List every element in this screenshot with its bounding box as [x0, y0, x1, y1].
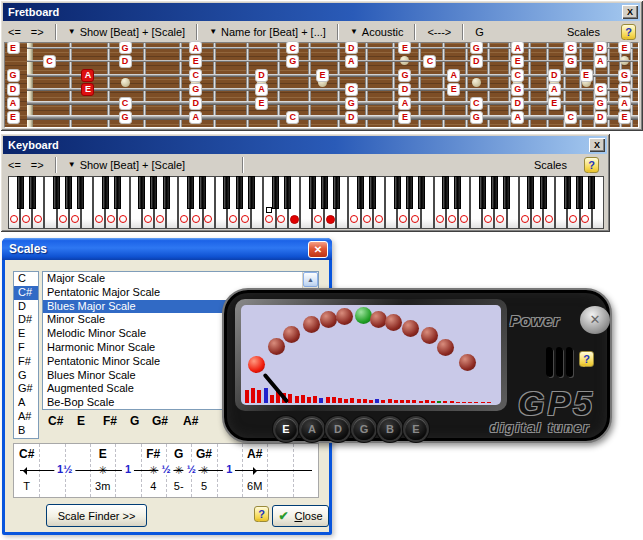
- fret-note[interactable]: G: [189, 83, 202, 96]
- fret-note[interactable]: C: [345, 83, 358, 96]
- piano-black-key[interactable]: [236, 176, 243, 209]
- keyboard-forward-button[interactable]: =>: [26, 158, 49, 172]
- piano-black-key[interactable]: [309, 176, 316, 209]
- scales-close-x-button[interactable]: ✕: [308, 241, 328, 258]
- piano-black-key[interactable]: [17, 176, 24, 209]
- fret-note[interactable]: G: [564, 55, 577, 68]
- fret-note[interactable]: G: [398, 69, 411, 82]
- fret-note[interactable]: C: [564, 111, 577, 124]
- fret-note[interactable]: C: [564, 41, 577, 54]
- fret-note[interactable]: G: [7, 69, 20, 82]
- root-note-item[interactable]: F#: [14, 355, 38, 369]
- fretboard-forward-button[interactable]: =>: [26, 25, 49, 39]
- fretboard-instrument-dropdown[interactable]: ▼ Acoustic: [345, 25, 409, 39]
- fret-note[interactable]: C: [43, 55, 56, 68]
- root-note-list[interactable]: CC#DD#EFF#GG#AA#B: [13, 271, 39, 439]
- piano-black-key[interactable]: [333, 176, 340, 209]
- piano-black-key[interactable]: [527, 176, 534, 209]
- fret-note[interactable]: D: [594, 111, 607, 124]
- fret-note[interactable]: A: [398, 97, 411, 110]
- scroll-up-button[interactable]: ▲: [303, 272, 318, 287]
- fretboard-show-dropdown[interactable]: ▼ Show [Beat] + [Scale]: [63, 25, 190, 39]
- fret-note[interactable]: A: [7, 97, 20, 110]
- piano-black-key[interactable]: [491, 176, 498, 209]
- piano-black-key[interactable]: [272, 176, 279, 209]
- fret-note[interactable]: C: [119, 97, 132, 110]
- fret-note[interactable]: E: [511, 55, 524, 68]
- scale-finder-button[interactable]: Scale Finder >>: [46, 504, 147, 527]
- piano-black-key[interactable]: [163, 176, 170, 209]
- fret-note[interactable]: G: [470, 41, 483, 54]
- fret-note[interactable]: C: [470, 97, 483, 110]
- fret-note[interactable]: C: [286, 41, 299, 54]
- piano-black-key[interactable]: [114, 176, 121, 209]
- piano-black-key[interactable]: [576, 176, 583, 209]
- fret-note[interactable]: E: [255, 97, 268, 110]
- piano-black-key[interactable]: [394, 176, 401, 209]
- tuner-string-button-g4[interactable]: G: [353, 418, 375, 440]
- piano-black-key[interactable]: [53, 176, 60, 209]
- fret-note[interactable]: C: [423, 55, 436, 68]
- fretboard[interactable]: EGACDEGACDECDEGACDEGAGACDEGACDEGDEGACDEG…: [4, 42, 639, 128]
- piano-black-key[interactable]: [321, 176, 328, 209]
- piano-black-key[interactable]: [357, 176, 364, 209]
- piano-black-key[interactable]: [564, 176, 571, 209]
- tuner-string-button-b5[interactable]: B: [379, 418, 401, 440]
- piano-black-key[interactable]: [248, 176, 255, 209]
- fret-note[interactable]: E: [189, 55, 202, 68]
- piano-black-key[interactable]: [223, 176, 230, 209]
- fret-note-beat[interactable]: A: [81, 69, 94, 82]
- piano-black-key[interactable]: [150, 176, 157, 209]
- piano-black-key[interactable]: [418, 176, 425, 209]
- root-note-item[interactable]: A: [14, 396, 38, 410]
- fretboard-key-label[interactable]: G: [470, 25, 489, 39]
- piano-black-key[interactable]: [369, 176, 376, 209]
- piano-black-key[interactable]: [187, 176, 194, 209]
- fret-note[interactable]: A: [618, 97, 631, 110]
- fret-note-beat[interactable]: E: [81, 83, 94, 96]
- keyboard-close-button[interactable]: X: [589, 138, 605, 152]
- fret-note[interactable]: D: [618, 83, 631, 96]
- fret-note[interactable]: E: [548, 97, 561, 110]
- fret-note[interactable]: D: [345, 41, 358, 54]
- fret-note[interactable]: G: [345, 97, 358, 110]
- fret-note[interactable]: D: [470, 55, 483, 68]
- piano-keyboard[interactable]: [6, 176, 606, 230]
- keyboard-scales-button[interactable]: Scales: [529, 158, 572, 172]
- fret-note[interactable]: D: [7, 83, 20, 96]
- fret-note[interactable]: E: [316, 69, 329, 82]
- piano-black-key[interactable]: [503, 176, 510, 209]
- root-note-item[interactable]: G#: [14, 382, 38, 396]
- root-note-item[interactable]: F: [14, 341, 38, 355]
- fret-note[interactable]: G: [470, 111, 483, 124]
- fret-note[interactable]: E: [618, 111, 631, 124]
- piano-black-key[interactable]: [442, 176, 449, 209]
- help-icon[interactable]: ?: [621, 24, 636, 40]
- fret-note[interactable]: E: [7, 111, 20, 124]
- fret-note[interactable]: G: [119, 111, 132, 124]
- piano-black-key[interactable]: [540, 176, 547, 209]
- tuner-string-button-e1[interactable]: E: [275, 418, 297, 440]
- tuner-window[interactable]: Power ✕ ? GP5 digital tuner EADGBE: [222, 288, 612, 443]
- fret-note[interactable]: A: [594, 55, 607, 68]
- help-icon[interactable]: ?: [254, 506, 269, 522]
- fret-note[interactable]: D: [398, 83, 411, 96]
- piano-black-key[interactable]: [284, 176, 291, 209]
- keyboard-back-button[interactable]: <=: [3, 158, 26, 172]
- tuner-string-button-d3[interactable]: D: [327, 418, 349, 440]
- tuner-string-button-e6[interactable]: E: [405, 418, 427, 440]
- piano-black-key[interactable]: [138, 176, 145, 209]
- close-button[interactable]: ✔ Close: [272, 505, 329, 527]
- fret-note[interactable]: G: [119, 41, 132, 54]
- fret-note[interactable]: D: [189, 97, 202, 110]
- fret-note[interactable]: A: [511, 111, 524, 124]
- fret-note[interactable]: C: [286, 111, 299, 124]
- fret-note[interactable]: D: [594, 41, 607, 54]
- power-button[interactable]: ✕: [580, 306, 610, 334]
- root-note-item[interactable]: D#: [14, 313, 38, 327]
- piano-black-key[interactable]: [65, 176, 72, 209]
- piano-black-key[interactable]: [406, 176, 413, 209]
- fret-note[interactable]: D: [548, 69, 561, 82]
- fret-note[interactable]: E: [398, 111, 411, 124]
- piano-black-key[interactable]: [29, 176, 36, 209]
